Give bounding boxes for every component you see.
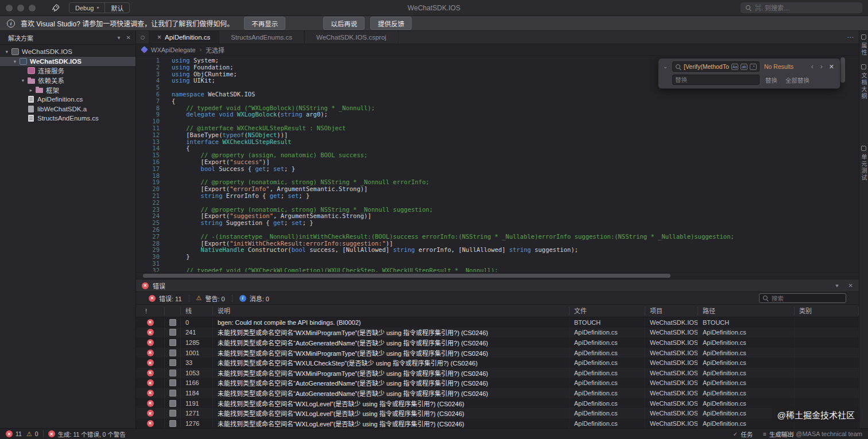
filter-messages-toggle[interactable]: i 消息: 0 [232,292,276,304]
column-file[interactable]: 文件 [569,307,645,315]
breadcrumb-selection[interactable]: 无选择 [206,45,224,55]
tree-item-structsandenums-cs[interactable]: StructsAndEnums.cs [0,114,135,123]
pad-menu-icon[interactable]: ▾ [836,282,839,289]
tree-item-label: WeChatSDK.IOS [22,48,72,55]
error-row[interactable]: ✕1166未能找到类型或命名空间名“AutoGeneratedName”(是否缺… [136,378,859,389]
code-editor-area[interactable]: 1using System;2using Foundation;3using O… [136,56,859,272]
chevron-down-icon[interactable]: ▾ [11,59,18,64]
detail-icon [169,329,176,336]
device-config-dropdown[interactable]: 默认 [104,3,129,13]
tab-wechatsdk-ios-csproj[interactable]: WeChatSDK.IOS.csproj [304,31,398,44]
statusbar-warning-count[interactable]: ⚠ 0 [26,430,38,438]
error-project: WeChatSDK.IOS [645,337,698,348]
error-row[interactable]: ✕1271未能找到类型或命名空间名“WXLogLevel”(是否缺少 using… [136,408,859,418]
horizontal-scrollbar-track[interactable] [136,272,859,279]
errors-pad-header: ✕ 错误 ▾ ✕ [136,279,859,292]
filter-warnings-label: 警告: 0 [205,294,224,303]
statusbar-error-count[interactable]: ✕ 11 [6,430,22,437]
find-next-icon[interactable]: › [819,63,824,71]
column-description[interactable]: 说明 [213,307,569,315]
close-find-icon[interactable]: ✕ [828,63,835,71]
error-row[interactable]: ✕1285未能找到类型或命名空间名“AutoGeneratedName”(是否缺… [136,337,859,348]
error-row[interactable]: ✕1184未能找到类型或命名空间名“AutoGeneratedName”(是否缺… [136,388,859,398]
error-row[interactable]: ✕0bgen: Could not compile the API bindin… [136,317,859,328]
column-detail[interactable] [165,307,181,315]
tab-overflow-icon[interactable]: ⋯ [842,31,859,44]
error-row[interactable]: ✕1053未能找到类型或命名空间名“WXMiniProgramType”(是否缺… [136,368,859,378]
horizontal-scrollbar[interactable] [143,274,671,278]
filter-warnings-toggle[interactable]: ⚠ 警告: 0 [189,292,232,304]
zoom-window-button[interactable] [29,5,36,11]
collapse-replace-icon[interactable]: ⌄ [662,64,669,69]
tree-item-wechatsdk-ios[interactable]: ▾WeChatSDK.IOS [0,47,135,57]
global-search-box[interactable] [741,2,862,13]
breadcrumb-scope[interactable]: WXApiDelegate [151,46,196,53]
error-row[interactable]: ✕1191未能找到类型或命名空间名“WXLogLevel”(是否缺少 using… [136,398,859,409]
error-icon: ✕ [142,282,149,289]
find-previous-icon[interactable]: ‹ [809,63,815,71]
global-search-input[interactable] [755,5,858,11]
chevron-down-icon[interactable]: ▾ [3,49,10,55]
rail-tab-属性[interactable]: 属性 [859,34,868,56]
detail-cell [165,398,181,409]
column-severity[interactable]: ! [136,307,165,315]
error-category [795,328,859,338]
errors-search-box[interactable] [759,293,846,303]
pad-close-icon[interactable]: ✕ [848,282,853,289]
close-tab-icon[interactable]: × [157,33,161,41]
tree-item-apidefinition-cs[interactable]: ApiDefinition.cs [0,95,135,104]
replace-button[interactable]: 替换 [763,76,780,84]
tree-item-libwechatsdk-a[interactable]: libWeChatSDK.a [0,104,135,114]
rail-tab-单元测试[interactable]: 单元测试 [859,146,868,181]
code-text: bool Success { get; set; } [166,166,295,173]
severity-cell: ✕ [136,398,165,409]
chevron-down-icon[interactable]: ▾ [20,77,26,83]
rail-tab-文档大纲[interactable]: 文档大纲 [859,64,868,100]
replace-input[interactable] [675,76,757,83]
minimize-window-button[interactable] [17,5,24,11]
error-icon: ✕ [147,349,154,356]
remind-later-button[interactable]: 以后再说 [323,17,365,30]
error-row[interactable]: ✕1276未能找到类型或命名空间名“WXLogLevel”(是否缺少 using… [136,418,859,428]
replace-all-button[interactable]: 全部替换 [783,76,812,84]
tree-item-label: WeChatSDK.IOS [30,58,82,65]
chevron-right-icon[interactable]: ▸ [28,87,34,93]
column-project[interactable]: 项目 [645,307,698,315]
pad-menu-icon[interactable]: ▾ [118,34,121,41]
error-path: BTOUCH [698,317,795,328]
error-row[interactable]: ✕1001未能找到类型或命名空间名“WXMiniProgramType”(是否缺… [136,348,859,358]
watermark-primary: @稀土掘金技术社区 [772,407,860,422]
build-status-label: 生成: 11 个错误, 0 个警告 [58,430,126,438]
match-case-icon[interactable]: Aa [731,64,738,70]
code-text: namespace WeChatSDK.IOS [166,91,255,98]
column-path[interactable]: 路径 [698,307,795,315]
errors-search-input[interactable] [772,295,843,302]
regex-icon[interactable]: .* [750,64,757,70]
find-input[interactable] [684,63,729,70]
give-feedback-button[interactable]: 提供反馈 [370,17,412,30]
column-line[interactable]: 线 [181,307,213,315]
detail-cell [165,388,181,398]
breadcrumb: WXApiDelegate › 无选择 [136,44,859,56]
dont-show-again-button[interactable]: 不再显示 [244,17,285,30]
close-window-button[interactable] [6,5,13,11]
tasks-button[interactable]: ✓ 任务 [733,430,753,438]
column-category[interactable]: 类别 [795,307,859,315]
tab-apidefinition-cs[interactable]: ×ApiDefinition.cs [149,31,219,44]
tab-structsandenums-cs[interactable]: StructsAndEnums.cs [219,31,304,44]
tree-item-框架[interactable]: ▸框架 [0,85,135,95]
debug-config-dropdown[interactable]: Debug ▾ [69,3,104,13]
pad-close-icon[interactable]: ✕ [126,34,131,41]
filter-errors-toggle[interactable]: ✕ 错误: 11 [142,292,189,304]
vertical-scrollbar[interactable] [840,57,845,83]
replace-row: 替换 全部替换 [662,74,835,86]
tree-item-依赖关系[interactable]: ▾依赖关系 [0,76,135,86]
whole-word-icon[interactable]: ab [741,64,747,70]
error-row[interactable]: ✕33未能找到类型或命名空间名“WXULCheckStep”(是否缺少 usin… [136,358,859,368]
run-icon[interactable] [51,3,61,13]
error-row[interactable]: ✕241未能找到类型或命名空间名“WXMiniProgramType”(是否缺少… [136,328,859,338]
tree-item-label: 依赖关系 [38,76,64,85]
window-title: WeChatSDK.IOS [0,4,868,12]
tree-item-wechatsdk-ios[interactable]: ▾WeChatSDK.IOS [0,57,135,67]
tree-item-连接服务[interactable]: 连接服务 [0,66,135,76]
